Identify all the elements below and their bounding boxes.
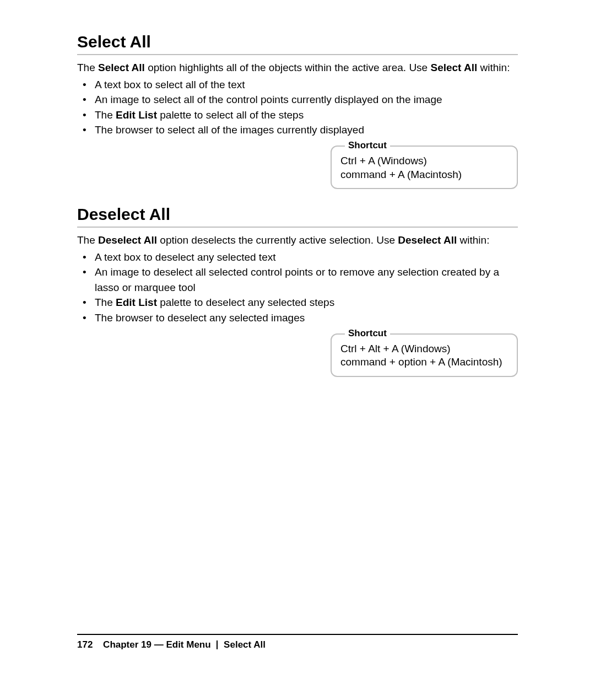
list-item: The browser to select all of the images … [90, 122, 518, 138]
shortcut-row: Shortcut Ctrl + A (Windows) command + A … [77, 146, 518, 189]
section-rule [77, 227, 518, 228]
page-footer: 172 Chapter 19 — Edit Menu Select All [77, 634, 518, 650]
list-item: An image to deselect all selected contro… [90, 265, 518, 295]
list-item: The Edit List palette to select all of t… [90, 107, 518, 123]
shortcut-label: Shortcut [345, 328, 390, 339]
shortcut-box-select-all: Shortcut Ctrl + A (Windows) command + A … [331, 146, 518, 189]
footer-topic: Select All [224, 639, 266, 650]
intro-select-all: The Select All option highlights all of … [77, 61, 518, 75]
shortcut-line-macintosh: command + A (Macintosh) [340, 168, 508, 182]
shortcut-line-macintosh: command + option + A (Macintosh) [340, 356, 508, 369]
list-item: An image to select all of the control po… [90, 92, 518, 107]
shortcut-line-windows: Ctrl + Alt + A (Windows) [340, 342, 508, 356]
page-number: 172 [77, 639, 93, 650]
footer-text: 172 Chapter 19 — Edit Menu Select All [77, 639, 518, 650]
footer-divider [217, 640, 218, 649]
shortcut-box-deselect-all: Shortcut Ctrl + Alt + A (Windows) comman… [331, 333, 518, 377]
shortcut-label: Shortcut [345, 140, 390, 151]
intro-deselect-all: The Deselect All option deselects the cu… [77, 233, 518, 247]
section-rule [77, 54, 518, 55]
section-heading-select-all: Select All [77, 32, 518, 52]
section-heading-deselect-all: Deselect All [77, 204, 518, 224]
shortcut-line-windows: Ctrl + A (Windows) [340, 154, 508, 168]
shortcut-row: Shortcut Ctrl + Alt + A (Windows) comman… [77, 333, 518, 377]
bullet-list-select-all: A text box to select all of the text An … [77, 77, 518, 138]
list-item: The Edit List palette to deselect any se… [90, 295, 518, 310]
list-item: A text box to deselect any selected text [90, 250, 518, 265]
footer-rule [77, 634, 518, 635]
list-item: A text box to select all of the text [90, 77, 518, 93]
list-item: The browser to deselect any selected ima… [90, 310, 518, 326]
bullet-list-deselect-all: A text box to deselect any selected text… [77, 250, 518, 326]
footer-chapter: Chapter 19 — Edit Menu [103, 639, 211, 650]
page: Select All The Select All option highlig… [0, 0, 595, 700]
